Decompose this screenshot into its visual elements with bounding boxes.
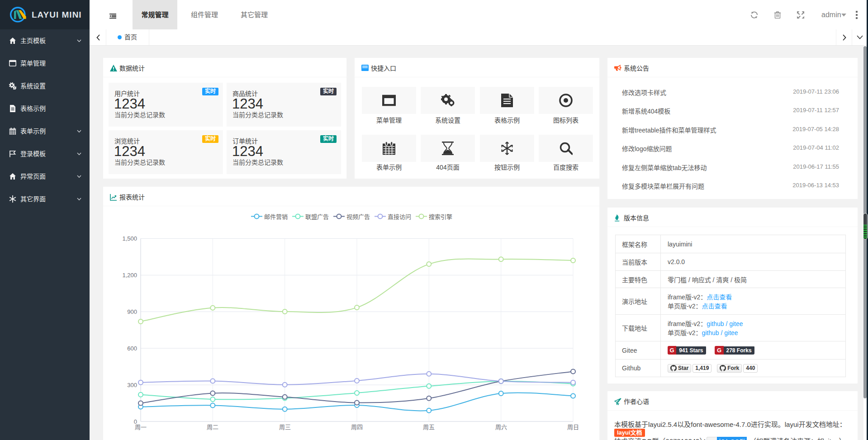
svg-text:周一: 周一 (135, 424, 147, 431)
svg-text:1,500: 1,500 (122, 235, 137, 242)
svg-text:900: 900 (127, 308, 137, 315)
svg-text:周五: 周五 (423, 424, 435, 431)
svg-text:周日: 周日 (567, 424, 579, 431)
svg-text:周四: 周四 (351, 424, 363, 431)
svg-text:300: 300 (127, 382, 137, 388)
svg-text:周六: 周六 (495, 424, 507, 431)
svg-text:周二: 周二 (207, 424, 218, 431)
svg-text:1,200: 1,200 (122, 272, 137, 279)
svg-text:周三: 周三 (279, 424, 291, 431)
svg-text:600: 600 (127, 345, 137, 352)
